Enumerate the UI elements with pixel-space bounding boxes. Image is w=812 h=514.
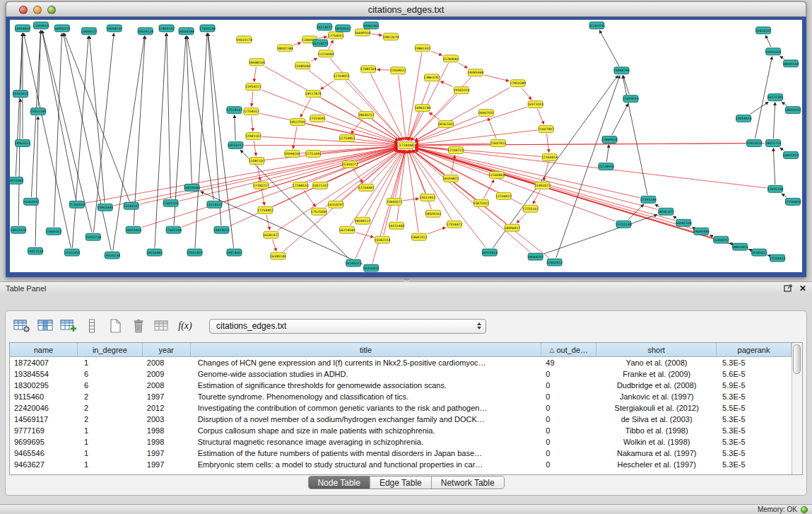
graph-node[interactable]: 12754012 — [243, 108, 259, 115]
window-minimize-button[interactable] — [33, 6, 42, 14]
graph-node[interactable]: 14151445 — [389, 222, 405, 229]
float-panel-icon[interactable] — [784, 284, 792, 292]
graph-node[interactable]: 19051534 — [28, 247, 44, 255]
graph-node[interactable]: 19004107 — [106, 25, 122, 32]
graph-node[interactable]: 17554472 — [446, 221, 462, 228]
graph-node[interactable]: 12869504 — [601, 136, 618, 144]
graph-node[interactable]: 14150441 — [146, 249, 163, 256]
graph-node[interactable]: 19094204 — [284, 150, 300, 157]
graph-node[interactable]: 15493077 — [534, 182, 551, 189]
graph-node[interactable]: 14504124 — [137, 28, 153, 35]
tab-node-table[interactable]: Node Table — [308, 477, 370, 489]
graph-node[interactable]: 16340144 — [270, 252, 286, 259]
graph-node[interactable]: 8130374 — [589, 22, 604, 29]
graph-node[interactable]: 17254447 — [358, 184, 375, 191]
close-panel-icon[interactable]: ✕ — [799, 284, 806, 293]
graph-node[interactable]: 11607413 — [490, 140, 506, 147]
graph-node[interactable]: 18517874 — [305, 90, 322, 98]
graph-node[interactable]: 20163012 — [13, 90, 29, 98]
graph-node[interactable]: 18630212 — [358, 112, 375, 119]
column-header-title[interactable]: title — [191, 343, 542, 356]
graph-node[interactable]: 12160414 — [541, 153, 558, 160]
graph-node[interactable]: 18048104 — [249, 59, 265, 66]
column-header-name[interactable]: name — [10, 343, 78, 356]
graph-node[interactable]: 16104747 — [328, 201, 344, 208]
graph-node[interactable]: 15144107 — [123, 202, 139, 209]
graph-node[interactable]: 16467051 — [478, 110, 494, 117]
graph-node[interactable]: 17450389 — [510, 80, 526, 87]
window-titlebar[interactable]: citations_edges.txt — [6, 1, 806, 17]
table-row[interactable]: 977716911998Corpus callosum shape and si… — [10, 425, 792, 436]
graph-node[interactable]: 14051074 — [11, 226, 27, 233]
graph-node[interactable]: 16973103 — [527, 101, 543, 108]
graph-node[interactable]: 12204055 — [334, 73, 350, 80]
graph-node[interactable]: 22001407 — [187, 249, 203, 256]
graph-node[interactable]: 17390217 — [253, 182, 269, 189]
graph-node[interactable]: 16961401 — [363, 22, 379, 29]
graph-node[interactable]: 16961240 — [415, 105, 431, 112]
graph-node[interactable]: 17400144 — [199, 25, 216, 32]
graph-node[interactable]: 18509202 — [425, 210, 442, 217]
import-table-icon[interactable] — [153, 317, 171, 335]
column-header-year[interactable]: year — [143, 343, 191, 356]
graph-node[interactable]: 19448794 — [613, 67, 630, 74]
graph-node[interactable]: 14424021 — [213, 226, 230, 233]
graph-node[interactable]: 17525444 — [311, 208, 327, 215]
graph-node[interactable]: 12104712 — [447, 146, 464, 153]
graph-node[interactable]: 14563311 — [15, 140, 31, 147]
graph-node[interactable]: 17501454 — [64, 249, 80, 256]
graph-node[interactable]: 15784081 — [443, 55, 459, 62]
graph-node[interactable]: 17284533 — [293, 182, 309, 189]
edit-column-icon[interactable] — [59, 317, 78, 335]
column-header-out_de[interactable]: △out_de… — [541, 343, 596, 356]
graph-node[interactable]: 18002184 — [277, 45, 293, 52]
memory-status-indicator[interactable] — [801, 506, 808, 513]
graph-node[interactable]: 15843071 — [387, 198, 403, 205]
graph-node[interactable]: 18041534 — [783, 60, 799, 67]
graph-node[interactable]: 17754051 — [328, 32, 344, 39]
graph-node[interactable]: 12605144 — [767, 185, 784, 192]
graph-node[interactable]: 12514107 — [226, 107, 242, 114]
graph-node[interactable]: 16114075 — [312, 40, 329, 47]
graph-node[interactable]: 15093914 — [623, 95, 639, 103]
network-file-dropdown[interactable]: citations_edges.txt — [209, 319, 486, 334]
graph-node[interactable]: 17081504 — [360, 66, 377, 73]
table-row[interactable]: 2242004622012Investigating the contribut… — [10, 402, 792, 414]
graph-node[interactable]: 16649500 — [355, 29, 371, 36]
graph-node[interactable]: 15082514 — [375, 236, 391, 243]
graph-node[interactable]: 22085081 — [295, 62, 311, 69]
graph-node[interactable]: 12941107 — [245, 133, 261, 140]
graph-node[interactable]: 12400147 — [158, 25, 175, 32]
graph-node[interactable]: 16014540 — [184, 184, 200, 191]
graph-node[interactable]: 15955014 — [765, 48, 782, 55]
graph-node[interactable]: 19505134 — [104, 252, 120, 259]
column-header-pagerank[interactable]: pagerank — [717, 343, 792, 356]
graph-node[interactable]: 18262301 — [438, 121, 454, 128]
graph-node[interactable]: 12450412 — [546, 259, 563, 266]
graph-node[interactable]: 17755107 — [522, 205, 539, 212]
graph-node[interactable]: 16954007 — [15, 25, 31, 32]
graph-node[interactable]: 16041534 — [676, 219, 692, 226]
graph-node[interactable]: 19414007 — [226, 249, 242, 256]
graph-node[interactable]: 16272341 — [767, 94, 784, 101]
column-header-in_degree[interactable]: in_degree — [78, 343, 143, 356]
graph-node[interactable]: 18096417 — [504, 224, 520, 231]
window-close-button[interactable] — [19, 6, 28, 14]
tab-edge-table[interactable]: Edge Table — [370, 477, 431, 489]
table-row[interactable]: 911546021997Tourette syndrome. Phenomeno… — [10, 391, 792, 402]
graph-node[interactable]: 15953014 — [746, 140, 763, 147]
graph-node[interactable]: 19861307 — [415, 45, 431, 52]
table-row[interactable]: 946362711997Embryonic stem cells: a mode… — [10, 459, 792, 470]
graph-node[interactable]: 18044107 — [527, 253, 543, 260]
graph-node[interactable]: 14641917 — [411, 233, 428, 240]
graph-node[interactable]: 22064022 — [390, 67, 406, 74]
graph-node[interactable]: 17795144 — [640, 196, 657, 203]
function-builder-icon[interactable]: f(x) — [176, 317, 194, 335]
graph-node[interactable]: 15905134 — [85, 233, 101, 240]
graph-node[interactable]: 13954221 — [245, 83, 261, 90]
graph-node[interactable]: 18904107 — [335, 25, 351, 32]
table-mode-icon[interactable] — [83, 317, 101, 335]
graph-node[interactable]: 17254407 — [257, 206, 273, 214]
graph-node[interactable]: 13400127 — [81, 28, 97, 35]
graph-node[interactable]: 14454107 — [785, 107, 801, 114]
